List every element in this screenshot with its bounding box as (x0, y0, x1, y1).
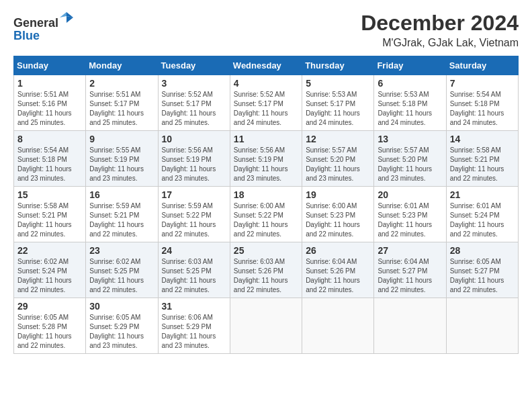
day-number: 24 (162, 245, 226, 256)
calendar-week-row: 15Sunrise: 5:58 AM Sunset: 5:21 PM Dayli… (14, 187, 519, 242)
day-number: 31 (162, 301, 226, 312)
day-number: 9 (89, 134, 154, 144)
calendar-day-cell: 12Sunrise: 5:57 AM Sunset: 5:20 PM Dayli… (302, 131, 374, 187)
day-number: 20 (378, 189, 442, 200)
day-number: 11 (234, 134, 298, 144)
calendar-day-cell: 30Sunrise: 6:05 AM Sunset: 5:29 PM Dayli… (86, 298, 158, 354)
calendar-day-cell (446, 298, 518, 354)
day-info: Sunrise: 6:00 AM Sunset: 5:22 PM Dayligh… (234, 201, 298, 239)
calendar-day-cell: 24Sunrise: 6:03 AM Sunset: 5:25 PM Dayli… (158, 242, 230, 298)
day-info: Sunrise: 6:06 AM Sunset: 5:29 PM Dayligh… (162, 313, 226, 351)
day-number: 2 (89, 78, 154, 89)
day-info: Sunrise: 5:56 AM Sunset: 5:19 PM Dayligh… (162, 146, 226, 183)
day-number: 30 (89, 301, 154, 312)
day-info: Sunrise: 6:04 AM Sunset: 5:27 PM Dayligh… (378, 257, 442, 295)
calendar-week-row: 8Sunrise: 5:54 AM Sunset: 5:18 PM Daylig… (14, 131, 519, 187)
page-title: December 2024 (361, 11, 519, 36)
day-info: Sunrise: 6:01 AM Sunset: 5:24 PM Dayligh… (450, 201, 515, 239)
day-info: Sunrise: 5:51 AM Sunset: 5:17 PM Dayligh… (89, 90, 154, 128)
day-number: 16 (89, 189, 154, 200)
day-info: Sunrise: 6:04 AM Sunset: 5:26 PM Dayligh… (306, 257, 370, 295)
day-info: Sunrise: 6:05 AM Sunset: 5:29 PM Dayligh… (89, 313, 154, 351)
calendar-day-cell: 23Sunrise: 6:02 AM Sunset: 5:25 PM Dayli… (86, 242, 158, 298)
day-number: 27 (378, 245, 442, 256)
calendar-day-cell: 8Sunrise: 5:54 AM Sunset: 5:18 PM Daylig… (14, 131, 86, 187)
calendar-header-monday: Monday (86, 56, 158, 75)
day-info: Sunrise: 6:03 AM Sunset: 5:26 PM Dayligh… (234, 257, 298, 295)
calendar-week-row: 22Sunrise: 6:02 AM Sunset: 5:24 PM Dayli… (14, 242, 519, 298)
day-number: 12 (306, 134, 370, 144)
day-number: 10 (162, 134, 226, 144)
calendar-day-cell: 21Sunrise: 6:01 AM Sunset: 5:24 PM Dayli… (446, 187, 518, 242)
calendar-day-cell: 6Sunrise: 5:53 AM Sunset: 5:18 PM Daylig… (374, 75, 446, 131)
day-number: 8 (17, 134, 82, 144)
calendar-header-wednesday: Wednesday (230, 56, 302, 75)
day-info: Sunrise: 5:55 AM Sunset: 5:19 PM Dayligh… (89, 146, 154, 183)
calendar-day-cell (230, 298, 302, 354)
calendar-day-cell: 13Sunrise: 5:57 AM Sunset: 5:20 PM Dayli… (374, 131, 446, 187)
calendar-day-cell: 20Sunrise: 6:01 AM Sunset: 5:23 PM Dayli… (374, 187, 446, 242)
calendar-week-row: 1Sunrise: 5:51 AM Sunset: 5:16 PM Daylig… (14, 75, 519, 131)
calendar-header-row: SundayMondayTuesdayWednesdayThursdayFrid… (14, 56, 519, 75)
calendar-day-cell (302, 298, 374, 354)
calendar-day-cell: 14Sunrise: 5:58 AM Sunset: 5:21 PM Dayli… (446, 131, 518, 187)
day-info: Sunrise: 5:57 AM Sunset: 5:20 PM Dayligh… (378, 146, 442, 183)
calendar-day-cell: 10Sunrise: 5:56 AM Sunset: 5:19 PM Dayli… (158, 131, 230, 187)
calendar-day-cell: 18Sunrise: 6:00 AM Sunset: 5:22 PM Dayli… (230, 187, 302, 242)
page-subtitle: M'GJrak, GJak Lak, Vietnam (361, 37, 519, 49)
day-info: Sunrise: 5:59 AM Sunset: 5:22 PM Dayligh… (162, 201, 226, 239)
day-number: 4 (234, 78, 298, 89)
day-info: Sunrise: 6:05 AM Sunset: 5:28 PM Dayligh… (17, 313, 82, 351)
calendar-table: SundayMondayTuesdayWednesdayThursdayFrid… (13, 56, 519, 354)
day-number: 22 (17, 245, 82, 256)
calendar-header-thursday: Thursday (302, 56, 374, 75)
calendar-day-cell: 4Sunrise: 5:52 AM Sunset: 5:17 PM Daylig… (230, 75, 302, 131)
day-number: 5 (306, 78, 370, 89)
day-info: Sunrise: 5:53 AM Sunset: 5:18 PM Dayligh… (378, 90, 442, 128)
day-number: 15 (17, 189, 82, 200)
day-number: 17 (162, 189, 226, 200)
calendar-header-friday: Friday (374, 56, 446, 75)
calendar-day-cell: 22Sunrise: 6:02 AM Sunset: 5:24 PM Dayli… (14, 242, 86, 298)
calendar-day-cell: 2Sunrise: 5:51 AM Sunset: 5:17 PM Daylig… (86, 75, 158, 131)
day-number: 7 (450, 78, 515, 89)
logo: General Blue (13, 11, 73, 42)
calendar-day-cell: 31Sunrise: 6:06 AM Sunset: 5:29 PM Dayli… (158, 298, 230, 354)
calendar-day-cell: 7Sunrise: 5:54 AM Sunset: 5:18 PM Daylig… (446, 75, 518, 131)
day-info: Sunrise: 5:54 AM Sunset: 5:18 PM Dayligh… (450, 90, 515, 128)
svg-marker-1 (60, 12, 66, 17)
calendar-day-cell: 25Sunrise: 6:03 AM Sunset: 5:26 PM Dayli… (230, 242, 302, 298)
calendar-day-cell: 9Sunrise: 5:55 AM Sunset: 5:19 PM Daylig… (86, 131, 158, 187)
day-info: Sunrise: 5:51 AM Sunset: 5:16 PM Dayligh… (17, 90, 82, 128)
day-info: Sunrise: 5:58 AM Sunset: 5:21 PM Dayligh… (17, 201, 82, 239)
calendar-day-cell: 3Sunrise: 5:52 AM Sunset: 5:17 PM Daylig… (158, 75, 230, 131)
day-info: Sunrise: 6:02 AM Sunset: 5:24 PM Dayligh… (17, 257, 82, 295)
logo-bird-icon (60, 11, 73, 27)
day-info: Sunrise: 5:57 AM Sunset: 5:20 PM Dayligh… (306, 146, 370, 183)
calendar-header-saturday: Saturday (446, 56, 518, 75)
day-info: Sunrise: 6:01 AM Sunset: 5:23 PM Dayligh… (378, 201, 442, 239)
title-section: December 2024 M'GJrak, GJak Lak, Vietnam (361, 11, 519, 49)
calendar-header-sunday: Sunday (14, 56, 86, 75)
day-number: 23 (89, 245, 154, 256)
calendar-day-cell: 26Sunrise: 6:04 AM Sunset: 5:26 PM Dayli… (302, 242, 374, 298)
logo-blue-text: Blue (13, 30, 73, 42)
calendar-day-cell (374, 298, 446, 354)
day-number: 6 (378, 78, 442, 89)
calendar-day-cell: 11Sunrise: 5:56 AM Sunset: 5:19 PM Dayli… (230, 131, 302, 187)
day-info: Sunrise: 6:05 AM Sunset: 5:27 PM Dayligh… (450, 257, 515, 295)
day-number: 3 (162, 78, 226, 89)
calendar-day-cell: 16Sunrise: 5:59 AM Sunset: 5:21 PM Dayli… (86, 187, 158, 242)
calendar-day-cell: 15Sunrise: 5:58 AM Sunset: 5:21 PM Dayli… (14, 187, 86, 242)
day-number: 13 (378, 134, 442, 144)
logo-text: General (13, 11, 73, 30)
day-info: Sunrise: 5:54 AM Sunset: 5:18 PM Dayligh… (17, 146, 82, 183)
calendar-header-tuesday: Tuesday (158, 56, 230, 75)
calendar-day-cell: 17Sunrise: 5:59 AM Sunset: 5:22 PM Dayli… (158, 187, 230, 242)
day-number: 1 (17, 78, 82, 89)
calendar-day-cell: 29Sunrise: 6:05 AM Sunset: 5:28 PM Dayli… (14, 298, 86, 354)
header: General Blue December 2024 M'GJrak, GJak… (13, 11, 519, 49)
calendar-day-cell: 19Sunrise: 6:00 AM Sunset: 5:23 PM Dayli… (302, 187, 374, 242)
day-info: Sunrise: 6:00 AM Sunset: 5:23 PM Dayligh… (306, 201, 370, 239)
day-info: Sunrise: 5:58 AM Sunset: 5:21 PM Dayligh… (450, 146, 515, 183)
